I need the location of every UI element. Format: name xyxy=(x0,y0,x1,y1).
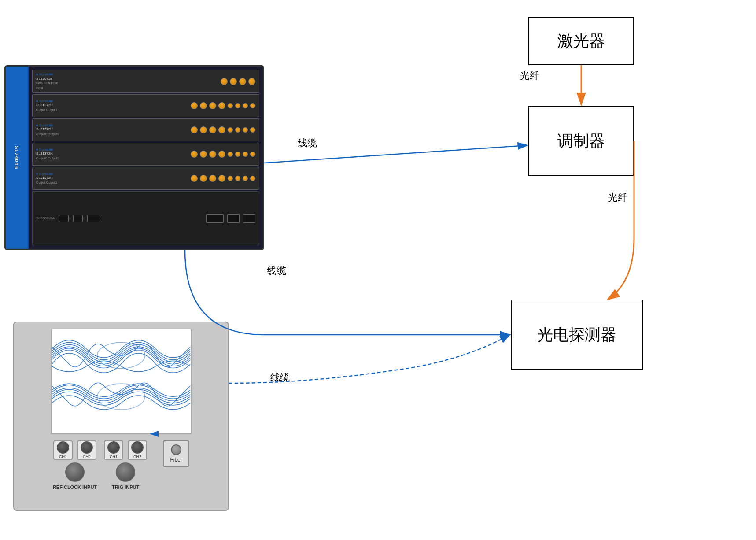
guangxian1-label: 光纤 xyxy=(517,68,542,83)
fiber-group: Fiber xyxy=(163,440,189,467)
trig-group: CH1 CH2 TRIG INPUT xyxy=(104,440,147,490)
oscilloscope-panel: CH1 CH2 REF CLOCK INPUT CH1 xyxy=(13,322,229,511)
eye-diagram-svg xyxy=(52,329,191,433)
ref-clock-big-knob[interactable] xyxy=(65,462,85,482)
ch1-ref-knob[interactable]: CH1 xyxy=(53,440,73,460)
modulator-box: 调制器 xyxy=(528,106,634,176)
rack-to-detector-arrow xyxy=(185,250,510,335)
trig-label: TRIG INPUT xyxy=(112,485,139,490)
ref-clock-group: CH1 CH2 REF CLOCK INPUT xyxy=(53,440,97,490)
fiber-label: Fiber xyxy=(170,457,182,463)
ch2-trig-knob[interactable]: CH2 xyxy=(128,440,147,460)
ref-clock-label: REF CLOCK INPUT xyxy=(53,485,97,490)
detector-box: 光电探测器 xyxy=(511,300,643,370)
ch1-trig-knob[interactable]: CH1 xyxy=(104,440,123,460)
laser-label: 激光器 xyxy=(557,30,605,52)
main-container: 激光器 调制器 光电探测器 光纤 光纤 线缆 线缆 线缆 SL3404B ■ S… xyxy=(0,0,756,540)
trig-big-knob[interactable] xyxy=(116,462,135,482)
instrument-rack: SL3404B ■ SigmaLink SL32071B Data Data I… xyxy=(4,65,264,250)
laser-box: 激光器 xyxy=(528,17,634,65)
modulator-label: 调制器 xyxy=(557,130,605,152)
cable3-label: 线缆 xyxy=(268,370,292,385)
cable2-label: 线缆 xyxy=(264,263,289,278)
osc-controls: CH1 CH2 REF CLOCK INPUT CH1 xyxy=(20,440,222,490)
fiber-box: Fiber xyxy=(163,440,189,467)
cable1-label: 线缆 xyxy=(295,136,320,151)
detector-label: 光电探测器 xyxy=(537,324,616,346)
guangxian2-label: 光纤 xyxy=(605,190,630,205)
eye-diagram-screen xyxy=(51,329,192,434)
ch2-ref-knob[interactable]: CH2 xyxy=(77,440,96,460)
fiber-port[interactable] xyxy=(171,444,181,455)
